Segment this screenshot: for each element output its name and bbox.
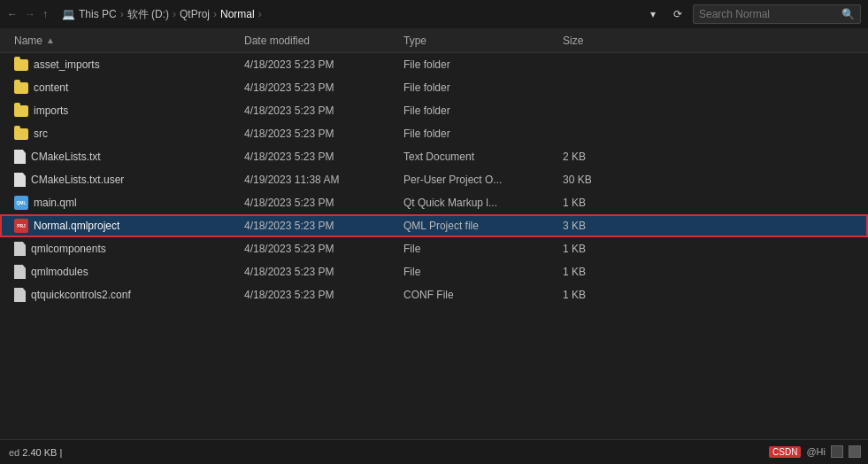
file-name-cell: CMakeLists.txt: [14, 150, 244, 164]
this-pc-icon: 💻: [62, 8, 75, 20]
file-explorer-main: Name ▲ Date modified Type Size asset_imp…: [0, 28, 868, 439]
file-size: 1 KB: [563, 289, 651, 301]
file-date: 4/18/2023 5:23 PM: [244, 289, 403, 301]
file-icon: [14, 265, 26, 279]
author-text: @Hi: [806, 446, 826, 457]
table-row[interactable]: CMakeLists.txt.user 4/19/2023 11:38 AM P…: [0, 168, 868, 191]
file-type: File folder: [403, 104, 563, 117]
table-row[interactable]: qmlmodules 4/18/2023 5:23 PM File 1 KB: [0, 260, 868, 283]
file-name-text: qtquickcontrols2.conf: [31, 289, 131, 301]
breadcrumb-item-normal[interactable]: Normal: [220, 8, 255, 20]
file-type: Qt Quick Markup l...: [403, 197, 563, 209]
table-row[interactable]: CMakeLists.txt 4/18/2023 5:23 PM Text Do…: [0, 145, 868, 168]
icon-square2: [849, 445, 861, 458]
table-row[interactable]: qmlcomponents 4/18/2023 5:23 PM File 1 K…: [0, 237, 868, 260]
breadcrumb-item-drive[interactable]: 软件 (D:): [127, 7, 169, 22]
file-size: 2 KB: [563, 151, 651, 163]
col-header-name[interactable]: Name ▲: [14, 35, 244, 47]
file-size: 1 KB: [563, 266, 651, 278]
file-name-cell: PRJ Normal.qmlproject: [14, 219, 244, 233]
dropdown-button[interactable]: ▾: [643, 4, 663, 24]
file-icon: [14, 288, 26, 302]
file-date: 4/18/2023 5:23 PM: [244, 151, 403, 163]
csdn-badge: CSDN: [769, 446, 801, 458]
table-header: Name ▲ Date modified Type Size: [0, 28, 868, 53]
file-name-text: CMakeLists.txt: [31, 151, 101, 163]
refresh-button[interactable]: ⟳: [668, 4, 687, 24]
table-row[interactable]: qtquickcontrols2.conf 4/18/2023 5:23 PM …: [0, 283, 868, 306]
search-box: 🔍: [693, 4, 861, 24]
file-type: File folder: [403, 58, 563, 71]
file-date: 4/18/2023 5:23 PM: [244, 266, 403, 278]
file-date: 4/19/2023 11:38 AM: [244, 174, 403, 186]
table-row[interactable]: asset_imports 4/18/2023 5:23 PM File fol…: [0, 53, 868, 76]
search-icon: 🔍: [841, 8, 855, 20]
file-date: 4/18/2023 5:23 PM: [244, 58, 403, 71]
file-name-text: Normal.qmlproject: [34, 220, 119, 232]
file-name-text: CMakeLists.txt.user: [31, 174, 124, 186]
table-row[interactable]: imports 4/18/2023 5:23 PM File folder: [0, 99, 868, 122]
folder-icon: [14, 82, 28, 94]
file-name-cell: QML main.qml: [14, 196, 244, 210]
file-name-cell: qmlmodules: [14, 265, 244, 279]
file-name-text: src: [34, 128, 48, 140]
file-date: 4/18/2023 5:23 PM: [244, 81, 403, 94]
table-row[interactable]: QML main.qml 4/18/2023 5:23 PM Qt Quick …: [0, 191, 868, 214]
file-name-cell: qmlcomponents: [14, 242, 244, 256]
folder-icon: [14, 128, 28, 140]
credits: CSDN @Hi: [769, 439, 868, 464]
file-name-cell: content: [14, 81, 244, 94]
file-size: 30 KB: [563, 174, 651, 186]
col-header-size[interactable]: Size: [563, 35, 651, 47]
statusbar-selected: ed 2.40 KB |: [9, 447, 62, 458]
folder-icon: [14, 105, 28, 117]
file-name-cell: qtquickcontrols2.conf: [14, 288, 244, 302]
file-name-text: content: [34, 81, 68, 94]
file-list: asset_imports 4/18/2023 5:23 PM File fol…: [0, 53, 868, 439]
file-date: 4/18/2023 5:23 PM: [244, 128, 403, 140]
file-date: 4/18/2023 5:23 PM: [244, 104, 403, 117]
file-type: Text Document: [403, 151, 563, 163]
statusbar: ed 2.40 KB | CSDN @Hi: [0, 439, 868, 464]
file-name-cell: CMakeLists.txt.user: [14, 173, 244, 187]
file-date: 4/18/2023 5:23 PM: [244, 197, 403, 209]
up-icon[interactable]: ↑: [42, 8, 48, 20]
breadcrumb-item-thispc[interactable]: This PC: [79, 8, 117, 20]
file-date: 4/18/2023 5:23 PM: [244, 220, 403, 232]
file-type: File: [403, 266, 563, 278]
table-row[interactable]: content 4/18/2023 5:23 PM File folder: [0, 76, 868, 99]
cmake-icon: [14, 150, 26, 164]
file-size: 1 KB: [563, 243, 651, 255]
forward-icon[interactable]: →: [25, 8, 35, 20]
breadcrumb-item-qtproj[interactable]: QtProj: [180, 8, 210, 20]
file-type: Per-User Project O...: [403, 174, 563, 186]
titlebar: ← → ↑ 💻 This PC › 软件 (D:) › QtProj › Nor…: [0, 0, 868, 28]
file-type: CONF File: [403, 289, 563, 301]
icon-square: [831, 445, 843, 458]
file-type: File folder: [403, 128, 563, 140]
project-icon: PRJ: [14, 219, 28, 233]
file-size: 1 KB: [563, 197, 651, 209]
file-name-text: qmlmodules: [31, 266, 88, 278]
search-input[interactable]: [699, 8, 838, 20]
col-header-type[interactable]: Type: [403, 35, 563, 47]
file-name-cell: src: [14, 128, 244, 140]
file-name-text: qmlcomponents: [31, 243, 106, 255]
back-icon[interactable]: ←: [7, 8, 18, 20]
file-name-cell: asset_imports: [14, 58, 244, 71]
file-type: File: [403, 243, 563, 255]
file-type: File folder: [403, 81, 563, 94]
qml-icon: QML: [14, 196, 28, 210]
file-type: QML Project file: [403, 220, 563, 232]
cmake-icon: [14, 173, 26, 187]
titlebar-controls: ▾ ⟳ 🔍: [643, 4, 861, 24]
file-date: 4/18/2023 5:23 PM: [244, 243, 403, 255]
file-size: 3 KB: [563, 220, 651, 232]
sort-arrow-name: ▲: [46, 35, 55, 45]
file-name-cell: imports: [14, 104, 244, 117]
table-row[interactable]: src 4/18/2023 5:23 PM File folder: [0, 122, 868, 145]
table-row[interactable]: PRJ Normal.qmlproject 4/18/2023 5:23 PM …: [0, 214, 868, 237]
col-header-date[interactable]: Date modified: [244, 35, 403, 47]
file-icon: [14, 242, 26, 256]
folder-icon: [14, 59, 28, 71]
